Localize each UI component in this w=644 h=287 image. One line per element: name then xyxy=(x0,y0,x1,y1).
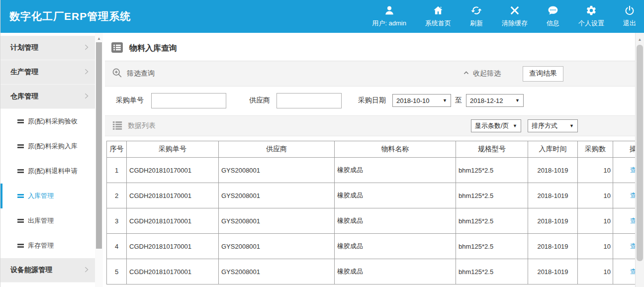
cell-supplier: GYS2008001 xyxy=(219,259,335,285)
menu-bars-icon xyxy=(17,219,24,223)
cell-purchase-order: CGDH201810170001 xyxy=(127,234,219,259)
cell-seq: 4 xyxy=(107,234,127,259)
cell-inbound-time: 2018-1019 xyxy=(528,259,578,285)
cell-purchase-qty: 10 xyxy=(578,183,613,208)
sidebar-item-label: 原(配)料采购验收 xyxy=(28,117,78,126)
nav-user-label: 用户: admin xyxy=(372,19,406,28)
sidebar-item-plan-mgmt[interactable]: 计划管理 xyxy=(0,36,95,60)
sidebar-item-material-return-request[interactable]: 原(配)料退料申请 xyxy=(0,159,95,184)
cell-inbound-time: 2018-1019 xyxy=(528,158,578,183)
date-from-select[interactable]: 2018-10-10 ▼ xyxy=(392,94,451,107)
list-box-icon xyxy=(111,41,123,56)
nav-user[interactable]: 用户: admin xyxy=(372,5,406,28)
data-list-bar: 数据列表 显示条数/页 ▼ 排序方式 ▼ xyxy=(105,115,635,136)
cell-seq: 1 xyxy=(107,158,127,183)
supplier-input[interactable] xyxy=(276,93,342,108)
nav-logout-label: 退出 xyxy=(623,19,636,28)
col-supplier: 供应商 xyxy=(219,141,335,158)
nav-messages[interactable]: 信息 xyxy=(547,5,559,28)
supplier-label: 供应商 xyxy=(249,96,270,105)
sidebar-item-inbound-mgmt[interactable]: 入库管理 xyxy=(0,184,95,208)
clear-cache-icon xyxy=(509,5,520,17)
nav-home[interactable]: 系统首页 xyxy=(425,5,451,28)
page-size-value: 显示条数/页 xyxy=(475,121,509,130)
sidebar-item-outbound-mgmt[interactable]: 出库管理 xyxy=(0,208,95,233)
cell-material-name: 橡胶成品 xyxy=(335,259,456,285)
nav-refresh[interactable]: 刷新 xyxy=(470,5,483,28)
nav-settings[interactable]: 个人设置 xyxy=(578,5,604,28)
sidebar-item-inventory-mgmt[interactable]: 库存管理 xyxy=(0,233,95,258)
cell-spec-model: bhm125*2.5 xyxy=(456,183,528,208)
dropdown-arrow-icon: ▼ xyxy=(443,98,447,103)
app-title: 数字化工厂ERP管理系统 xyxy=(9,9,131,23)
message-icon xyxy=(548,5,558,17)
menu-bars-icon xyxy=(17,169,24,173)
zoom-in-icon xyxy=(112,68,122,80)
main-scrollbar-thumb[interactable] xyxy=(637,45,643,261)
sidebar-item-production-mgmt[interactable]: 生产管理 xyxy=(0,60,95,85)
data-list-header: 数据列表 xyxy=(112,120,156,132)
col-seq: 序号 xyxy=(107,141,127,158)
purchase-date-label: 采购日期 xyxy=(358,96,386,105)
table-row: 5 CGDH201810170001 GYS2008001 橡胶成品 bhm12… xyxy=(107,259,644,285)
sidebar-item-material-purchase-inbound[interactable]: 原(配)料采购入库 xyxy=(0,134,95,159)
app-header: 数字化工厂ERP管理系统 用户: admin 系统首页 刷新 清除缓存 信息 xyxy=(0,0,644,33)
menu-bars-icon xyxy=(17,119,24,123)
page-size-select[interactable]: 显示条数/页 ▼ xyxy=(471,119,521,132)
sidebar-scrollbar-thumb[interactable] xyxy=(96,42,102,249)
power-icon xyxy=(624,5,635,17)
table-row: 3 CGDH201810170001 GYS2008001 橡胶成品 bhm12… xyxy=(107,208,644,234)
sidebar-item-material-purchase-acceptance[interactable]: 原(配)料采购验收 xyxy=(0,109,95,134)
list-controls: 显示条数/页 ▼ 排序方式 ▼ xyxy=(471,119,578,132)
collapse-filter-label: 收起筛选 xyxy=(473,69,501,78)
page-title: 物料入库查询 xyxy=(129,43,177,54)
chevron-right-icon xyxy=(83,68,90,77)
date-to-label: 至 xyxy=(455,96,462,105)
menu-bars-icon xyxy=(17,194,24,198)
nav-clear-cache[interactable]: 清除缓存 xyxy=(502,5,528,28)
sidebar-item-warehouse-mgmt[interactable]: 仓库管理 xyxy=(0,85,95,109)
cell-supplier: GYS2008001 xyxy=(219,234,335,259)
cell-inbound-time: 2018-1019 xyxy=(528,183,578,208)
scroll-up-icon[interactable]: ▲ xyxy=(95,36,103,42)
nav-logout[interactable]: 退出 xyxy=(623,5,636,28)
list-lines-icon xyxy=(112,120,123,132)
nav-settings-label: 个人设置 xyxy=(578,19,604,28)
cell-purchase-order: CGDH201810170001 xyxy=(127,259,219,285)
date-to-select[interactable]: 2018-12-12 ▼ xyxy=(466,94,524,107)
sort-mode-select[interactable]: 排序方式 ▼ xyxy=(528,119,578,132)
header-nav: 用户: admin 系统首页 刷新 清除缓存 信息 个人设置 xyxy=(372,5,641,28)
page-title-bar: 物料入库查询 xyxy=(105,36,635,61)
dropdown-arrow-icon: ▼ xyxy=(515,98,520,103)
cell-seq: 5 xyxy=(107,259,127,285)
table-row: 4 CGDH201810170001 GYS2008001 橡胶成品 bhm12… xyxy=(107,234,644,259)
filter-actions: 收起筛选 查询结果 xyxy=(463,66,635,82)
cell-spec-model: bhm125*2.5 xyxy=(456,259,528,285)
refresh-icon xyxy=(471,5,482,17)
sidebar-item-label: 入库管理 xyxy=(28,191,54,200)
nav-messages-label: 信息 xyxy=(547,19,559,28)
sidebar-item-label: 原(配)料采购入库 xyxy=(28,142,78,151)
scroll-up-icon[interactable]: ▲ xyxy=(636,37,644,43)
cell-purchase-qty: 10 xyxy=(578,158,613,183)
main-scrollbar[interactable]: ▲ xyxy=(635,33,644,287)
cell-inbound-time: 2018-1019 xyxy=(528,208,578,234)
cell-spec-model: bhm125*2.5 xyxy=(456,208,528,234)
cell-material-name: 橡胶成品 xyxy=(335,183,456,208)
sidebar-item-equipment-energy-mgmt[interactable]: 设备能源管理 xyxy=(0,258,95,283)
sidebar-item-label: 生产管理 xyxy=(10,68,38,77)
query-results-button[interactable]: 查询结果 xyxy=(523,66,563,82)
sidebar-item-label: 出库管理 xyxy=(28,216,54,225)
cell-supplier: GYS2008001 xyxy=(219,158,335,183)
cell-purchase-qty: 10 xyxy=(578,234,613,259)
cell-supplier: GYS2008001 xyxy=(219,208,335,234)
cell-material-name: 橡胶成品 xyxy=(335,234,456,259)
inbound-query-table: 序号 采购单号 供应商 物料名称 规格型号 入库时间 采购数 操作 1 CGDH… xyxy=(106,141,644,285)
cell-purchase-qty: 10 xyxy=(578,208,613,234)
sidebar-scrollbar[interactable]: ▲ xyxy=(95,33,103,287)
dropdown-arrow-icon: ▼ xyxy=(569,123,574,128)
chevron-right-icon xyxy=(83,266,90,275)
settings-icon xyxy=(586,5,597,17)
purchase-order-input[interactable] xyxy=(151,93,226,108)
collapse-filter-toggle[interactable]: 收起筛选 xyxy=(463,69,501,78)
